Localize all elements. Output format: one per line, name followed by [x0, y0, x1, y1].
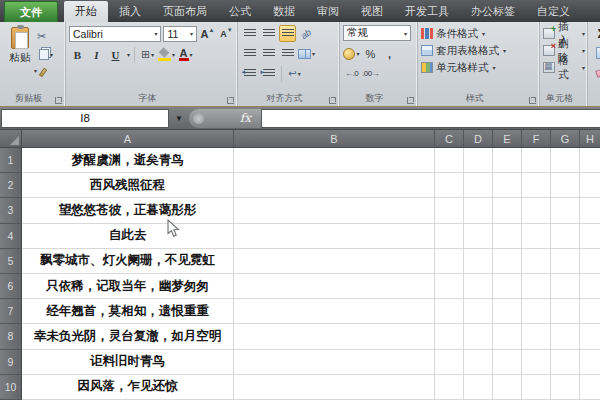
orientation-button[interactable]: ab	[298, 25, 315, 42]
cell-B4[interactable]	[234, 224, 435, 249]
cell-D3[interactable]	[464, 198, 493, 223]
cell-G9[interactable]	[551, 350, 580, 375]
cell-A4[interactable]: 自此去	[22, 224, 234, 249]
cell-D4[interactable]	[464, 224, 493, 249]
cell-H9[interactable]	[580, 350, 600, 375]
cell-F1[interactable]	[522, 148, 551, 173]
cell-B6[interactable]	[234, 274, 435, 299]
tab-insert[interactable]: 插入	[108, 0, 152, 22]
row-header-10[interactable]: 10	[0, 375, 22, 400]
bold-button[interactable]: B	[69, 46, 86, 63]
row-header-9[interactable]: 9	[0, 350, 22, 375]
name-box[interactable]: I8	[1, 109, 169, 128]
cell-A2[interactable]: 西风残照征程	[22, 173, 234, 198]
cell-D5[interactable]	[464, 249, 493, 274]
cell-C1[interactable]	[435, 148, 464, 173]
cell-H1[interactable]	[580, 148, 600, 173]
increase-indent-button[interactable]	[260, 65, 277, 82]
fill-color-button[interactable]: ▾	[158, 46, 175, 63]
font-color-button[interactable]: A▾	[177, 46, 194, 63]
tab-developer[interactable]: 开发工具	[394, 0, 460, 22]
cell-G1[interactable]	[551, 148, 580, 173]
number-format-combo[interactable]: 常规 ▾	[343, 25, 411, 41]
select-all-button[interactable]	[0, 130, 22, 148]
row-header-2[interactable]: 2	[0, 173, 22, 198]
cell-F5[interactable]	[522, 249, 551, 274]
cell-G4[interactable]	[551, 224, 580, 249]
cell-B9[interactable]	[234, 350, 435, 375]
clipboard-dialog-launcher-icon[interactable]	[55, 97, 62, 104]
cell-C10[interactable]	[435, 375, 464, 400]
cell-C7[interactable]	[435, 299, 464, 324]
cell-H3[interactable]	[580, 198, 600, 223]
cell-H5[interactable]	[580, 249, 600, 274]
cell-B1[interactable]	[234, 148, 435, 173]
cell-H2[interactable]	[580, 173, 600, 198]
cell-E5[interactable]	[493, 249, 522, 274]
cell-B8[interactable]	[234, 324, 435, 349]
cell-B2[interactable]	[234, 173, 435, 198]
font-name-combo[interactable]: Calibri ▾	[69, 26, 161, 42]
format-painter-button[interactable]	[37, 64, 59, 80]
cell-E8[interactable]	[493, 324, 522, 349]
row-header-6[interactable]: 6	[0, 274, 22, 299]
row-header-3[interactable]: 3	[0, 198, 22, 223]
cell-H4[interactable]	[580, 224, 600, 249]
cell-A1[interactable]: 梦醒虞渊，逝矣青鸟	[22, 148, 234, 173]
align-right-button[interactable]	[279, 45, 296, 62]
cell-A3[interactable]: 望悠悠苍彼，正暮蔼彤彤	[22, 198, 234, 223]
row-header-1[interactable]: 1	[0, 148, 22, 173]
cells-item-2[interactable]: 格式▾	[543, 59, 585, 76]
middle-align-button[interactable]	[260, 25, 277, 42]
cell-C2[interactable]	[435, 173, 464, 198]
row-header-4[interactable]: 4	[0, 224, 22, 249]
cell-C8[interactable]	[435, 324, 464, 349]
column-header-F[interactable]: F	[522, 130, 551, 148]
copy-button[interactable]: ▾	[37, 46, 59, 62]
cell-A9[interactable]: 讵料旧时青鸟	[22, 350, 234, 375]
tab-office-tab[interactable]: 办公标签	[460, 0, 526, 22]
formula-input[interactable]	[261, 109, 600, 128]
increase-decimal-button[interactable]: ←.0	[343, 65, 360, 82]
column-header-E[interactable]: E	[493, 130, 522, 148]
cell-G7[interactable]	[551, 299, 580, 324]
cell-D9[interactable]	[464, 350, 493, 375]
cell-A10[interactable]: 因风落，乍见还惊	[22, 375, 234, 400]
cell-H8[interactable]	[580, 324, 600, 349]
tab-home[interactable]: 开始	[64, 1, 108, 22]
cell-B10[interactable]	[234, 375, 435, 400]
name-box-dropdown-icon[interactable]: ▼	[169, 114, 189, 123]
cell-F10[interactable]	[522, 375, 551, 400]
clear-button[interactable]	[591, 64, 600, 81]
cell-D1[interactable]	[464, 148, 493, 173]
cell-C4[interactable]	[435, 224, 464, 249]
row-header-5[interactable]: 5	[0, 249, 22, 274]
cell-D7[interactable]	[464, 299, 493, 324]
cell-G10[interactable]	[551, 375, 580, 400]
top-align-button[interactable]	[241, 25, 258, 42]
tab-data[interactable]: 数据	[262, 0, 306, 22]
underline-dropdown-icon[interactable]: ▾	[127, 51, 130, 58]
cell-G8[interactable]	[551, 324, 580, 349]
font-dialog-launcher-icon[interactable]	[227, 97, 234, 104]
cell-B3[interactable]	[234, 198, 435, 223]
decrease-indent-button[interactable]	[241, 65, 258, 82]
cell-F6[interactable]	[522, 274, 551, 299]
cell-H10[interactable]	[580, 375, 600, 400]
cell-G3[interactable]	[551, 198, 580, 223]
comma-style-button[interactable]: ,	[381, 45, 398, 62]
cell-A5[interactable]: 飘零城市、灯火阑珊，不见霓虹	[22, 249, 234, 274]
styles-dialog-launcher-icon[interactable]	[529, 97, 536, 104]
column-header-G[interactable]: G	[551, 130, 580, 148]
tab-file[interactable]: 文件	[4, 1, 58, 22]
font-size-combo[interactable]: 11 ▾	[163, 26, 197, 42]
underline-button[interactable]: U	[107, 46, 124, 63]
bottom-align-button[interactable]	[279, 25, 296, 42]
shrink-font-button[interactable]: A▼	[218, 25, 235, 42]
cell-D10[interactable]	[464, 375, 493, 400]
decrease-decimal-button[interactable]: .00→	[362, 65, 379, 82]
column-header-H[interactable]: H	[580, 130, 600, 148]
cell-F2[interactable]	[522, 173, 551, 198]
cell-B5[interactable]	[234, 249, 435, 274]
cell-H6[interactable]	[580, 274, 600, 299]
